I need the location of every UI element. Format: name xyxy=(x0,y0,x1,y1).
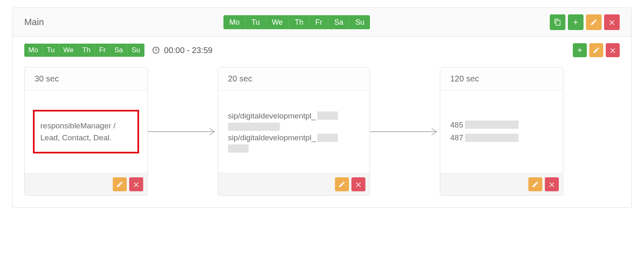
pencil-icon xyxy=(532,181,539,188)
day-pill-fr[interactable]: Fr xyxy=(309,15,328,29)
cards-row: 30 sec responsibleManager / Lead, Contac… xyxy=(24,67,620,196)
sip-line-2b xyxy=(228,144,360,153)
panel-header: Main Mo Tu We Th Fr Sa Su xyxy=(13,8,631,37)
pencil-icon xyxy=(593,46,600,54)
num-line-1: 485 xyxy=(450,119,553,131)
num-line-2: 487 xyxy=(450,132,553,144)
arrow-right-icon xyxy=(370,125,440,138)
step-card-3-edit-button[interactable] xyxy=(528,177,542,191)
schedule-day-we[interactable]: We xyxy=(59,44,78,57)
redacted-block xyxy=(465,134,518,142)
add-button[interactable] xyxy=(568,14,584,30)
step-card-3-footer xyxy=(440,173,563,195)
plus-icon xyxy=(576,46,584,54)
schedule-edit-button[interactable] xyxy=(589,43,603,57)
sip-line-1: sip/digitaldevelopmentpl_ xyxy=(228,110,360,122)
arrow-1 xyxy=(148,67,218,196)
sip-line-2-prefix: sip/digitaldevelopmentpl_ xyxy=(228,132,316,144)
page-title: Main xyxy=(24,17,44,28)
highlight-box: responsibleManager / Lead, Contact, Deal… xyxy=(33,110,139,154)
num-line-2-prefix: 487 xyxy=(450,132,463,144)
redacted-block xyxy=(228,144,249,153)
schedule-day-su[interactable]: Su xyxy=(128,44,144,57)
schedule-day-tu[interactable]: Tu xyxy=(43,44,59,57)
step-card-2: 20 sec sip/digitaldevelopmentpl_ sip/dig… xyxy=(218,67,370,196)
main-panel: Main Mo Tu We Th Fr Sa Su xyxy=(12,7,632,208)
redacted-block xyxy=(317,134,338,142)
day-pill-su[interactable]: Su xyxy=(349,15,370,29)
copy-icon xyxy=(554,19,561,26)
step-card-3: 120 sec 485 487 xyxy=(440,67,563,196)
sip-line-1-prefix: sip/digitaldevelopmentpl_ xyxy=(228,110,316,122)
pencil-icon xyxy=(338,181,346,188)
step-card-1-delete-button[interactable] xyxy=(129,177,143,191)
day-pill-we[interactable]: We xyxy=(266,15,289,29)
time-range-text: 00:00 - 23:59 xyxy=(164,46,213,55)
step-card-2-edit-button[interactable] xyxy=(335,177,349,191)
schedule-day-mo[interactable]: Mo xyxy=(24,44,43,57)
schedule-add-button[interactable] xyxy=(573,43,587,57)
step-card-3-duration: 120 sec xyxy=(440,67,563,91)
schedule-row: Mo Tu We Th Fr Sa Su 00:00 - 23:59 xyxy=(24,43,620,57)
pencil-icon xyxy=(116,181,123,188)
clock-icon xyxy=(152,46,160,54)
schedule-day-th[interactable]: Th xyxy=(78,44,95,57)
header-day-pills[interactable]: Mo Tu We Th Fr Sa Su xyxy=(223,15,370,29)
delete-button[interactable] xyxy=(604,14,620,30)
edit-button[interactable] xyxy=(586,14,602,30)
step-card-1: 30 sec responsibleManager / Lead, Contac… xyxy=(24,67,148,196)
close-icon xyxy=(608,19,616,26)
day-pill-tu[interactable]: Tu xyxy=(246,15,266,29)
redacted-block xyxy=(228,123,280,131)
step-card-3-body: 485 487 xyxy=(440,91,563,173)
redacted-block xyxy=(317,111,338,120)
day-pill-th[interactable]: Th xyxy=(289,15,309,29)
redacted-block xyxy=(465,121,518,129)
step-card-3-delete-button[interactable] xyxy=(545,177,559,191)
arrow-2 xyxy=(370,67,440,196)
schedule-delete-button[interactable] xyxy=(606,43,620,57)
panel-body: Mo Tu We Th Fr Sa Su 00:00 - 23:59 xyxy=(13,37,631,207)
plus-icon xyxy=(572,19,579,26)
step-card-1-text: responsibleManager / Lead, Contact, Deal… xyxy=(40,121,116,142)
step-card-1-footer xyxy=(25,173,147,195)
schedule-day-sa[interactable]: Sa xyxy=(110,44,128,57)
schedule-day-pills[interactable]: Mo Tu We Th Fr Sa Su xyxy=(24,44,144,57)
arrow-right-icon xyxy=(148,125,218,138)
time-range-block: 00:00 - 23:59 xyxy=(152,46,213,55)
pencil-icon xyxy=(590,19,598,26)
close-icon xyxy=(548,181,556,188)
step-card-1-body: responsibleManager / Lead, Contact, Deal… xyxy=(25,91,147,173)
num-line-1-prefix: 485 xyxy=(450,119,463,131)
sip-line-1b xyxy=(228,123,360,131)
step-card-1-edit-button[interactable] xyxy=(113,177,127,191)
step-card-2-delete-button[interactable] xyxy=(351,177,365,191)
day-pill-sa[interactable]: Sa xyxy=(328,15,349,29)
close-icon xyxy=(133,181,140,188)
sip-line-2: sip/digitaldevelopmentpl_ xyxy=(228,132,360,144)
day-pill-mo[interactable]: Mo xyxy=(223,15,246,29)
step-card-2-body: sip/digitaldevelopmentpl_ sip/digitaldev… xyxy=(218,91,370,173)
step-card-2-footer xyxy=(218,173,370,195)
close-icon xyxy=(355,181,362,188)
step-card-1-duration: 30 sec xyxy=(25,67,147,91)
step-card-2-duration: 20 sec xyxy=(218,67,370,91)
copy-button[interactable] xyxy=(550,14,565,30)
schedule-day-fr[interactable]: Fr xyxy=(95,44,110,57)
close-icon xyxy=(609,46,616,54)
